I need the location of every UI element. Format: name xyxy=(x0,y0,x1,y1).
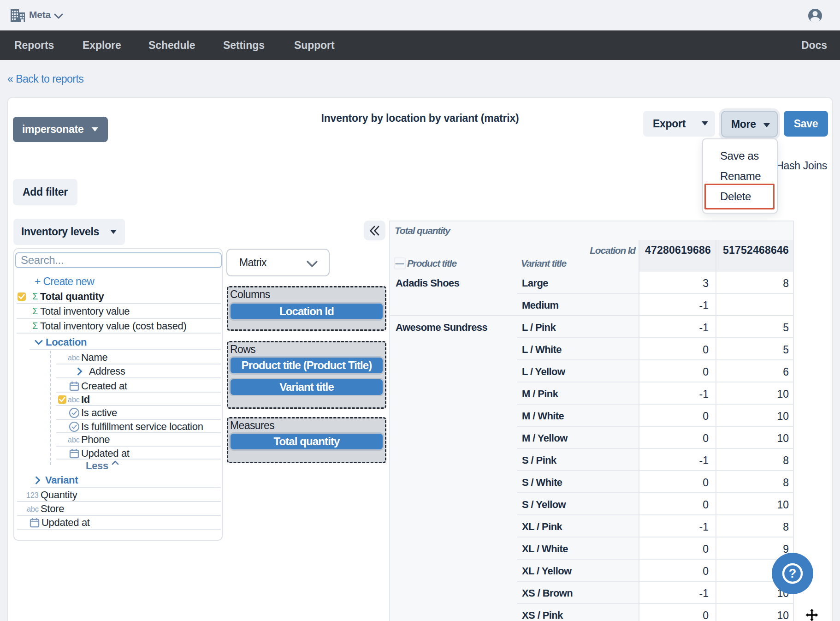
svg-text:?: ? xyxy=(789,567,797,580)
